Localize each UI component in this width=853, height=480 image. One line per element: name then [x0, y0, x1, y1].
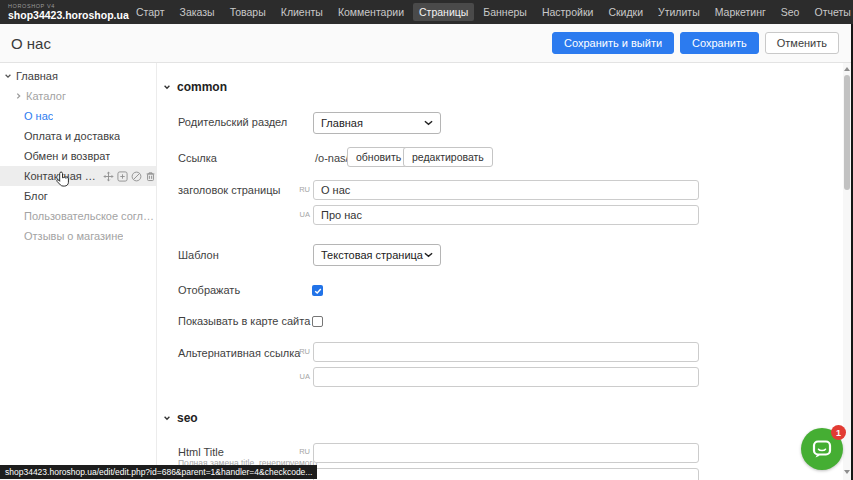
nav-item-comments[interactable]: Комментарии	[332, 3, 410, 21]
tree-item-soglashenie[interactable]: Пользовательское соглашение	[0, 206, 156, 226]
caret-right-icon[interactable]	[15, 92, 22, 100]
link-edit-button[interactable]: редактировать	[403, 147, 493, 167]
chevron-down-icon	[163, 83, 171, 91]
scroll-down-icon[interactable]	[843, 468, 851, 476]
nav-item-utilities[interactable]: Утилиты	[652, 3, 706, 21]
nav-item-seo[interactable]: Seo	[775, 3, 806, 21]
page-title-label: заголовок страницы	[178, 184, 280, 196]
html-title-label: Html Title	[178, 446, 224, 458]
nav-item-reports[interactable]: Отчеты	[808, 3, 853, 21]
tree-item-o-nas[interactable]: О нас	[0, 106, 156, 126]
page-header: О нас Сохранить и выйти Сохранить Отмени…	[0, 24, 853, 63]
parent-section-select[interactable]: Главная	[313, 112, 441, 134]
template-label: Шаблон	[178, 249, 219, 261]
sitemap-label: Показывать в карте сайта	[178, 315, 310, 327]
status-url-tooltip: shop34423.horoshop.ua/edit/edit.php?id=6…	[0, 465, 317, 479]
html-title-ru-input[interactable]	[313, 443, 699, 463]
tree-item-glavnaya[interactable]: Главная	[0, 66, 156, 86]
link-refresh-button[interactable]: обновить	[347, 147, 410, 167]
tree-item-blog[interactable]: Блог	[0, 186, 156, 206]
display-label: Отображать	[178, 284, 240, 296]
chevron-down-icon	[163, 414, 171, 422]
chat-unread-badge: 1	[831, 425, 846, 440]
lang-badge-ru: RU	[297, 185, 310, 194]
tree-item-oplata[interactable]: Оплата и доставка	[0, 126, 156, 146]
caret-down-icon[interactable]	[4, 72, 12, 80]
chat-widget-button[interactable]: 1	[801, 428, 843, 470]
nav-item-orders[interactable]: Заказы	[174, 3, 221, 21]
link-value: /o-nas/	[315, 152, 349, 164]
edit-form: common Родительский раздел Главная Ссылк…	[157, 63, 843, 480]
delete-icon[interactable]	[145, 171, 156, 182]
logo[interactable]: HOROSHOP V4 shop34423.horoshop.ua	[8, 4, 126, 21]
display-checkbox[interactable]	[312, 285, 323, 296]
nav-item-products[interactable]: Товары	[224, 3, 272, 21]
alt-link-label: Альтернативная ссылка	[178, 347, 300, 359]
nav-item-discounts[interactable]: Скидки	[602, 3, 649, 21]
tree-item-otzyvy[interactable]: Отзывы о магазине	[0, 226, 156, 246]
logo-domain: shop34423.horoshop.ua	[8, 10, 126, 21]
nav-item-start[interactable]: Старт	[130, 3, 171, 21]
chevron-down-icon	[424, 252, 433, 258]
lang-badge-ru: RU	[297, 347, 310, 356]
hide-icon[interactable]	[131, 171, 142, 182]
tree-item-katalog[interactable]: Каталог	[0, 86, 156, 106]
section-common[interactable]: common	[163, 80, 227, 94]
alt-link-ru-input[interactable]	[313, 342, 699, 362]
page-title-ua-input[interactable]	[313, 205, 699, 225]
nav-item-banners[interactable]: Баннеры	[477, 3, 533, 21]
html-title-ua-input[interactable]	[313, 468, 699, 480]
move-icon[interactable]	[103, 171, 114, 182]
cancel-button[interactable]: Отменить	[765, 32, 839, 54]
top-navbar: HOROSHOP V4 shop34423.horoshop.ua Старт …	[0, 0, 853, 24]
header-buttons: Сохранить и выйти Сохранить Отменить	[552, 32, 839, 54]
section-seo[interactable]: seo	[163, 411, 198, 425]
alt-link-ua-input[interactable]	[313, 367, 699, 387]
chevron-down-icon	[424, 120, 433, 126]
check-icon	[314, 287, 322, 295]
lang-badge-ua: UA	[297, 372, 310, 381]
nav-item-marketing[interactable]: Маркетинг	[709, 3, 772, 21]
app-window: HOROSHOP V4 shop34423.horoshop.ua Старт …	[0, 0, 853, 480]
lang-badge-ru: RU	[297, 447, 310, 456]
page-title: О нас	[11, 35, 51, 52]
page-title-ru-input[interactable]	[313, 180, 699, 200]
link-label: Ссылка	[178, 152, 217, 164]
scrollbar-thumb[interactable]	[844, 75, 850, 190]
lang-badge-ua: UA	[297, 210, 310, 219]
scroll-up-icon[interactable]	[843, 65, 851, 73]
template-select[interactable]: Текстовая страница	[313, 244, 441, 266]
nav-item-settings[interactable]: Настройки	[536, 3, 600, 21]
tree-item-kontaktnaya[interactable]: Контактная инфор	[0, 166, 156, 186]
save-and-exit-button[interactable]: Сохранить и выйти	[552, 32, 674, 54]
nav-item-clients[interactable]: Клиенты	[275, 3, 329, 21]
tree-row-actions	[103, 171, 156, 182]
sitemap-checkbox[interactable]	[312, 316, 323, 327]
nav-menu: Старт Заказы Товары Клиенты Комментарии …	[130, 3, 853, 21]
page-tree: Главная Каталог О нас Оплата и доставка …	[0, 66, 156, 246]
parent-section-label: Родительский раздел	[178, 116, 287, 128]
add-icon[interactable]	[117, 171, 128, 182]
scrollbar[interactable]	[843, 63, 851, 480]
page-tree-sidebar: Главная Каталог О нас Оплата и доставка …	[0, 63, 157, 480]
tree-item-obmen[interactable]: Обмен и возврат	[0, 146, 156, 166]
nav-item-pages[interactable]: Страницы	[413, 3, 474, 21]
chat-bubble-icon	[810, 437, 834, 461]
save-button[interactable]: Сохранить	[680, 32, 759, 54]
